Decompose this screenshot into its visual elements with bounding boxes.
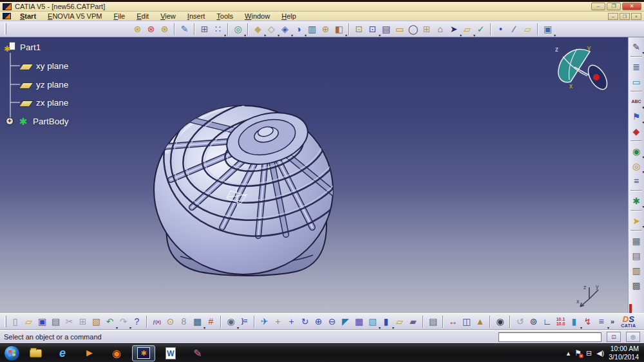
- shading-icon[interactable]: ◆▾: [251, 23, 265, 36]
- window-icon[interactable]: ⊡▾: [366, 23, 379, 36]
- expand-panel-button[interactable]: ⊡: [607, 332, 621, 342]
- show-hidden-icons-icon[interactable]: ▴: [567, 350, 571, 357]
- minimize-button[interactable]: –: [591, 3, 605, 10]
- zoom-out-icon[interactable]: ⊖: [325, 315, 339, 329]
- vpm-delete-icon[interactable]: ⊛: [144, 23, 158, 36]
- shading-edges-icon[interactable]: ◇▾: [265, 23, 278, 36]
- menu-enovia-v5-vpm[interactable]: ENOVIA V5 VPM: [42, 12, 108, 20]
- view-iso-icon[interactable]: ▩: [630, 278, 643, 292]
- catalog-icon[interactable]: ◉▾: [630, 144, 643, 158]
- tree-item-yz-plane[interactable]: yz plane: [21, 77, 68, 91]
- taskbar-app-word[interactable]: W: [159, 345, 182, 361]
- rotate-icon[interactable]: ↻: [298, 315, 312, 329]
- view-side-icon[interactable]: ▥: [630, 263, 643, 277]
- redo-icon[interactable]: ↷▾: [117, 315, 130, 329]
- measure-between-icon[interactable]: ↔: [446, 315, 460, 329]
- check-pages-icon[interactable]: ✓: [474, 23, 488, 36]
- multi-view-icon[interactable]: ▦: [352, 315, 366, 329]
- swap-space-icon[interactable]: ▰: [406, 315, 420, 329]
- frame-box-icon[interactable]: ▭: [630, 75, 643, 88]
- book-icon[interactable]: ▤: [379, 23, 393, 36]
- historic-graph-icon[interactable]: ≡▾: [594, 315, 608, 329]
- save-icon[interactable]: ▣: [35, 315, 49, 329]
- volume-icon[interactable]: ◀): [596, 350, 604, 357]
- simulate-gear-icon[interactable]: ✱▾: [630, 194, 643, 207]
- print-3d-icon[interactable]: ▤: [426, 315, 440, 329]
- normal-view-icon[interactable]: ◤: [339, 315, 352, 329]
- two-sheets-icon[interactable]: ⊞: [420, 23, 433, 36]
- open-sheets-icon[interactable]: ⊞: [198, 23, 211, 36]
- point-icon[interactable]: •: [494, 23, 507, 36]
- power-input-button[interactable]: ◎: [626, 332, 640, 342]
- fly-mode-icon[interactable]: ✈: [258, 315, 271, 329]
- rename-parameters-icon[interactable]: 10.1 10.0: [554, 315, 567, 329]
- open-pages-icon[interactable]: ▱▾: [460, 23, 474, 36]
- network-icon[interactable]: ⊟: [586, 350, 592, 357]
- view-front-icon[interactable]: ▤: [630, 249, 643, 262]
- measure-inertia-icon[interactable]: ▲: [473, 315, 487, 329]
- menu-help[interactable]: Help: [276, 12, 302, 20]
- mdi-restore-button[interactable]: ❐: [620, 13, 630, 20]
- toolbar-grip[interactable]: [5, 23, 6, 35]
- cut-icon[interactable]: ✂: [62, 315, 76, 329]
- undo-icon[interactable]: ↶▾: [103, 315, 117, 329]
- toolbar-overflow-chevron[interactable]: »: [611, 318, 614, 325]
- refresh-icon[interactable]: ↺: [513, 315, 527, 329]
- taskbar-clock[interactable]: 10:00 AM 3/10/2014: [609, 345, 640, 361]
- hide-show-icon[interactable]: ▱: [393, 315, 406, 329]
- menu-window[interactable]: Window: [239, 12, 276, 20]
- shading-material-icon[interactable]: ◈▾: [278, 23, 292, 36]
- menu-edit[interactable]: Edit: [131, 12, 155, 20]
- fit-all-in-icon[interactable]: +: [271, 315, 285, 329]
- menu-start[interactable]: Start: [14, 12, 42, 20]
- fit-target-icon[interactable]: ⊕: [319, 23, 332, 36]
- iso-view-icon[interactable]: ▧▾: [366, 315, 379, 329]
- attach-pin-icon[interactable]: ✎: [178, 23, 191, 36]
- new-document-icon[interactable]: ▯: [8, 315, 22, 329]
- taskbar-app-media-player[interactable]: ►: [78, 345, 101, 361]
- tree-item-part1[interactable]: ✱ Part1: [4, 40, 41, 54]
- grid-dots-icon[interactable]: ∷▾: [211, 23, 225, 36]
- design-table-icon[interactable]: ▦▾: [191, 315, 204, 329]
- select-cursor-icon[interactable]: ➤▾: [630, 214, 643, 227]
- mdi-minimize-button[interactable]: –: [608, 13, 618, 20]
- taskbar-app-firefox[interactable]: ◉: [105, 345, 128, 361]
- select-zone-icon[interactable]: ◎▾: [231, 23, 245, 36]
- flag-note-icon[interactable]: ⚑▾: [630, 110, 643, 123]
- mdi-close-button[interactable]: ×: [631, 13, 641, 20]
- delete-useless-icon[interactable]: ↯: [581, 315, 594, 329]
- render-mode-icon[interactable]: ▮▾: [379, 315, 393, 329]
- copy-icon[interactable]: ⊞: [76, 315, 90, 329]
- formula-icon[interactable]: ƒ(x): [150, 315, 164, 329]
- 3d-viewport[interactable]: z y x z y x: [0, 37, 628, 313]
- part-model-dome[interactable]: [84, 63, 444, 313]
- paste-icon[interactable]: ▧: [90, 315, 103, 329]
- multi-view-icon[interactable]: ▥: [305, 23, 319, 36]
- title-bar[interactable]: CATIA V5 - [new56.CATPart] – ❐ ✕: [0, 2, 644, 12]
- knowledge-inspector-icon[interactable]: ⊚: [527, 315, 540, 329]
- wireframe-icon[interactable]: ◑▾: [292, 23, 305, 36]
- view-compass[interactable]: z y x: [551, 44, 611, 91]
- sketcher-icon[interactable]: ✎▾: [630, 40, 643, 53]
- print-icon[interactable]: ▤: [49, 315, 62, 329]
- photo-studio-icon[interactable]: ◎▾: [630, 159, 643, 173]
- power-input-field[interactable]: [498, 332, 601, 342]
- action-center-icon[interactable]: ⚑: [574, 349, 582, 357]
- taskbar-app-catia[interactable]: ✱: [132, 345, 155, 361]
- measure-item-icon[interactable]: ◫: [460, 315, 473, 329]
- equivalent-dims-icon[interactable]: }=: [238, 315, 251, 329]
- capture-camera-icon[interactable]: ◉: [493, 315, 507, 329]
- components-icon[interactable]: ≡: [630, 174, 643, 187]
- folder-view-icon[interactable]: ▭: [393, 23, 406, 36]
- pan-icon[interactable]: +: [285, 315, 298, 329]
- knowledge-icon[interactable]: 8: [177, 315, 191, 329]
- generate-cgr-icon[interactable]: ▮▾: [567, 315, 581, 329]
- taskbar-app-internet-explorer[interactable]: e: [51, 345, 74, 361]
- render-style-icon[interactable]: ◧▾: [332, 23, 346, 36]
- zoom-in-icon[interactable]: ⊕: [312, 315, 325, 329]
- start-button[interactable]: [4, 345, 20, 361]
- menu-file[interactable]: File: [108, 12, 131, 20]
- lock-icon[interactable]: ◉▾: [224, 315, 238, 329]
- line-icon[interactable]: ∕: [507, 23, 521, 36]
- text-note-icon[interactable]: ABC▾: [630, 95, 643, 108]
